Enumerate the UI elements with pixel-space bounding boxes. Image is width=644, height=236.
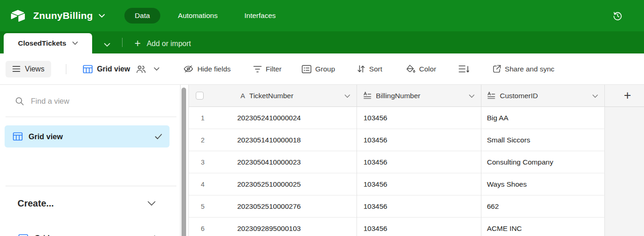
column-header-customerid[interactable]: CustomerID [481,85,605,107]
cell-customerid[interactable]: Consulting Company [481,151,605,173]
check-icon [155,134,162,140]
table-tab-label: ClosedTickets [18,39,66,47]
column-name: CustomerID [500,92,538,100]
row-filler [605,195,644,218]
cell-ticketnumber[interactable]: 5 2023052510000276 [189,195,357,218]
row-height-button[interactable] [458,65,469,73]
current-view-name: Grid view [97,65,130,73]
share-and-sync-label: Share and sync [505,65,555,73]
table-row: 1 2023052410000024 103456 Big AA [189,107,644,129]
row-number: 4 [189,181,217,188]
sort-button[interactable]: Sort [357,65,382,73]
views-button[interactable]: Views [6,61,51,77]
group-button[interactable]: Group [302,65,335,73]
base-title[interactable]: ZnunyBilling [33,10,93,21]
long-text-field-icon [363,92,372,100]
create-grid-view-item[interactable]: Grid + [5,227,170,236]
cell-ticketnumber[interactable]: 3 2023050410000023 [189,151,357,173]
table-tab-bar: ClosedTickets + Add or import [0,31,644,53]
cell-value: Consulting Company [487,158,553,166]
grid-header-row: A TicketNumber [189,85,644,107]
hide-fields-button[interactable]: Hide fields [183,65,230,73]
grid-view-icon [18,234,28,236]
views-sidebar: Find a view Grid view Create... [0,85,181,236]
cell-value: 103456 [363,202,387,211]
cell-ticketnumber[interactable]: 4 2023052510000025 [189,173,357,195]
cell-ticketnumber[interactable]: 2 2023051410000018 [189,129,357,151]
cell-value: 2023052510000025 [237,180,301,189]
filter-button[interactable]: Filter [253,65,281,73]
view-item-label: Grid view [29,132,63,141]
current-view-selector[interactable]: Grid view [83,65,159,73]
history-icon[interactable] [612,11,623,21]
select-all-checkbox[interactable] [196,92,204,100]
app-logo-icon[interactable] [10,9,26,23]
cell-billingnumber[interactable]: 103456 [357,218,481,236]
tab-interfaces[interactable]: Interfaces [244,8,275,24]
cell-value: 103456 [363,136,387,144]
single-line-text-field-icon: A [240,92,245,100]
cell-billingnumber[interactable]: 103456 [357,195,481,218]
sort-icon [357,65,365,73]
tab-automations[interactable]: Automations [178,8,217,24]
cell-ticketnumber[interactable]: 1 2023052410000024 [189,107,357,129]
table-tab-closedtickets[interactable]: ClosedTickets [4,33,92,53]
table-row: 6 2023092895000103 103456 ACME INC [189,218,644,236]
cell-value: 103456 [363,180,387,189]
column-header-billingnumber[interactable]: BillingNumber [357,85,481,107]
row-filler [605,107,644,129]
cell-customerid[interactable]: Small Siccors [481,129,605,151]
base-title-chevron-down-icon[interactable] [99,14,105,18]
cell-ticketnumber[interactable]: 6 2023092895000103 [189,218,357,236]
table-row: 5 2023052510000276 103456 662 [189,195,644,218]
find-a-view-input[interactable]: Find a view [31,97,69,106]
cell-value: Small Siccors [487,136,530,144]
share-and-sync-button[interactable]: Share and sync [492,65,555,73]
cell-billingnumber[interactable]: 103456 [357,173,481,195]
tab-data[interactable]: Data [124,8,161,24]
cell-value: 2023052510000276 [237,202,301,211]
cell-value: Ways Shoes [487,180,527,189]
long-text-field-icon [487,92,496,100]
cell-billingnumber[interactable]: 103456 [357,151,481,173]
sidebar-divider [6,117,176,117]
column-name: TicketNumber [249,92,293,100]
cell-value: 2023052410000024 [237,114,301,122]
views-label: Views [25,65,44,73]
color-button[interactable]: Color [405,65,436,73]
row-number: 6 [189,225,217,232]
cell-billingnumber[interactable]: 103456 [357,107,481,129]
cell-value: 103456 [363,114,387,122]
cell-customerid[interactable]: Big AA [481,107,605,129]
sidebar-item-grid-view[interactable]: Grid view [5,125,170,148]
cell-customerid[interactable]: 662 [481,195,605,218]
column-chevron-down-icon[interactable] [345,94,350,98]
row-number: 5 [189,203,217,210]
add-field-button[interactable]: + [605,85,644,107]
column-chevron-down-icon[interactable] [469,94,474,98]
row-filler [605,218,644,236]
create-item-label: Grid [35,234,50,236]
create-section-chevron-down-icon[interactable] [147,201,156,206]
scrollbar-thumb[interactable] [181,88,186,236]
cell-value: 2023051410000018 [237,136,301,144]
cell-billingnumber[interactable]: 103456 [357,129,481,151]
add-or-import-button[interactable]: + Add or import [135,38,191,49]
filter-label: Filter [266,65,281,73]
plus-icon[interactable]: + [152,232,158,236]
cell-customerid[interactable]: Ways Shoes [481,173,605,195]
row-number: 1 [189,114,217,122]
plus-icon: + [135,38,141,49]
table-row: 4 2023052510000025 103456 Ways Shoes [189,173,644,195]
column-header-ticketnumber[interactable]: A TicketNumber [189,85,357,107]
table-list-chevron-down-icon[interactable] [104,43,110,47]
cell-customerid[interactable]: ACME INC [481,218,605,236]
cell-value: Big AA [487,114,509,122]
column-chevron-down-icon[interactable] [592,94,598,98]
table-tab-chevron-down-icon[interactable] [72,41,78,45]
search-icon [15,97,24,106]
row-number: 3 [189,159,217,166]
color-label: Color [419,65,436,73]
plus-icon: + [624,89,631,102]
filter-icon [253,65,262,73]
